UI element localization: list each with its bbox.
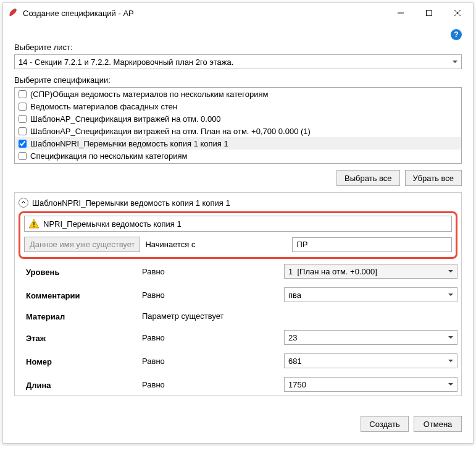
spec-label: Спецификация по нескольким категориям xyxy=(30,151,187,161)
minimize-button[interactable] xyxy=(386,4,415,22)
param-value-col xyxy=(284,287,457,302)
spec-item[interactable]: ШаблонАР_Спецификация витражей на отм. 0… xyxy=(15,112,461,125)
param-condition: Равно xyxy=(142,267,284,276)
param-name: Длина xyxy=(19,379,142,390)
name-row xyxy=(24,216,452,232)
param-value-input[interactable] xyxy=(284,287,457,302)
param-name: Этаж xyxy=(19,332,142,343)
param-row: НомерРавно xyxy=(19,353,457,368)
param-value-input[interactable] xyxy=(284,264,457,279)
param-name: Номер xyxy=(19,356,142,366)
param-value-text[interactable] xyxy=(288,333,445,342)
param-value-text[interactable] xyxy=(288,290,445,300)
group-header: ШаблонNPRI_Перемычки ведомость копия 1 к… xyxy=(19,196,457,209)
spec-label: Ведомость материалов фасадных стен xyxy=(30,102,177,111)
spec-item[interactable]: ШаблонАР_Спецификация витражей на отм. П… xyxy=(15,125,461,137)
spec-label: ШаблонАР_Спецификация витражей на отм. 0… xyxy=(30,114,221,124)
group-title: ШаблонNPRI_Перемычки ведомость копия 1 к… xyxy=(32,198,230,208)
params-container: УровеньРавноКомментарииРавноМатериалПара… xyxy=(19,264,457,392)
template-group: ШаблонNPRI_Перемычки ведомость копия 1 к… xyxy=(14,192,462,396)
param-value-text[interactable] xyxy=(288,380,445,389)
help-row: ? xyxy=(14,29,462,40)
help-icon[interactable]: ? xyxy=(451,29,462,40)
deselect-all-button[interactable]: Убрать все xyxy=(405,170,462,186)
highlight-box: Данное имя уже существует Начинается с xyxy=(19,211,457,259)
param-row: МатериалПараметр существует xyxy=(19,311,457,321)
collapse-icon[interactable] xyxy=(19,198,28,208)
spec-item[interactable]: Спецификация по нескольким категориям xyxy=(15,150,461,162)
param-name: Материал xyxy=(19,311,142,321)
spec-item[interactable]: Ведомость материалов фасадных стен xyxy=(15,100,461,112)
starts-with-value[interactable] xyxy=(296,240,439,249)
param-condition: Равно xyxy=(142,380,284,389)
name-input[interactable] xyxy=(43,219,448,229)
spec-checkbox[interactable] xyxy=(19,115,27,123)
app-icon xyxy=(8,8,18,18)
param-value-input[interactable] xyxy=(284,330,457,345)
starts-with-input[interactable] xyxy=(292,237,452,252)
spec-checkbox[interactable] xyxy=(19,103,27,111)
param-value-col xyxy=(284,377,457,392)
exists-message: Данное имя уже существует xyxy=(24,237,140,252)
param-condition: Равно xyxy=(142,290,284,300)
param-value-input[interactable] xyxy=(284,377,457,392)
spec-checkbox[interactable] xyxy=(19,152,27,160)
content: ? Выберите лист: 14 - Секции 7.2.1 и 7.2… xyxy=(3,23,473,407)
specs-label: Выберите спецификации: xyxy=(14,75,462,85)
exists-row: Данное имя уже существует Начинается с xyxy=(24,237,452,252)
spec-label: ШаблонАР_Спецификация витражей на отм. П… xyxy=(30,127,311,136)
select-all-button[interactable]: Выбрать все xyxy=(336,170,399,186)
sheet-label: Выберите лист: xyxy=(14,43,462,52)
titlebar: Создание спецификаций - АР xyxy=(3,3,473,23)
spec-checkbox[interactable] xyxy=(19,127,27,135)
param-value-text[interactable] xyxy=(288,357,445,366)
param-condition: Равно xyxy=(142,357,284,366)
svg-rect-4 xyxy=(33,222,35,225)
param-row: УровеньРавно xyxy=(19,264,457,279)
sheet-select-value: 14 - Секции 7.2.1 и 7.2.2. Маркировочный… xyxy=(19,57,233,67)
param-value-text[interactable] xyxy=(288,267,445,276)
window-title: Создание спецификаций - АР xyxy=(23,9,386,18)
close-button[interactable] xyxy=(443,4,472,22)
cancel-button[interactable]: Отмена xyxy=(414,416,462,432)
param-row: ДлинаРавно xyxy=(19,377,457,392)
param-value-col xyxy=(284,264,457,279)
spec-checkbox[interactable] xyxy=(19,140,27,148)
param-value-col xyxy=(284,330,457,345)
footer: Создать Отмена xyxy=(3,407,473,443)
spec-label: (СПР)Общая ведомость материалов по неско… xyxy=(30,90,268,99)
param-condition: Параметр существует xyxy=(142,311,284,321)
spec-label: ШаблонNPRI_Перемычки ведомость копия 1 к… xyxy=(30,139,228,148)
specs-list[interactable]: (СПР)Общая ведомость материалов по неско… xyxy=(14,87,462,164)
create-button[interactable]: Создать xyxy=(361,416,409,432)
param-value-col xyxy=(284,353,457,368)
sheet-select[interactable]: 14 - Секции 7.2.1 и 7.2.2. Маркировочный… xyxy=(14,54,462,69)
maximize-button[interactable] xyxy=(415,4,443,22)
window: Создание спецификаций - АР ? Выберите ли… xyxy=(2,2,474,444)
spec-item[interactable]: ШаблонNPRI_Перемычки ведомость копия 1 к… xyxy=(15,137,461,150)
param-condition: Равно xyxy=(142,333,284,342)
param-row: ЭтажРавно xyxy=(19,330,457,345)
svg-rect-1 xyxy=(427,11,432,16)
specs-buttons: Выбрать все Убрать все xyxy=(14,170,462,186)
param-name: Уровень xyxy=(19,266,142,277)
param-row: КомментарииРавно xyxy=(19,287,457,302)
spec-checkbox[interactable] xyxy=(19,90,27,98)
spec-item[interactable]: (СПР)Общая ведомость материалов по неско… xyxy=(15,88,461,100)
warning-icon xyxy=(28,218,40,229)
starts-with-label: Начинается с xyxy=(145,240,287,249)
svg-rect-5 xyxy=(33,226,35,227)
param-name: Комментарии xyxy=(19,290,142,300)
param-value-input[interactable] xyxy=(284,353,457,368)
